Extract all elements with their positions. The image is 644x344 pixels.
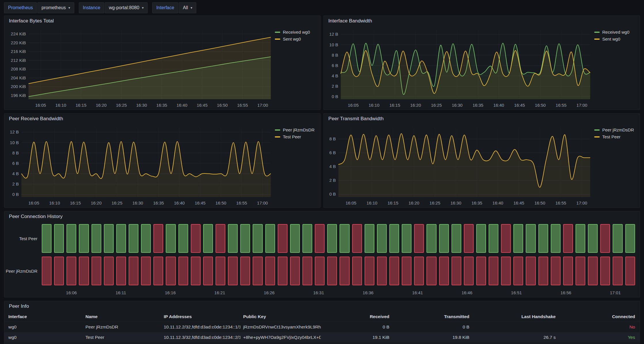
table-row[interactable]: wg0Test Peer10.11.12.3/32,fdfd:d3ad:c0de… — [4, 332, 640, 343]
panel-header: Peer Transmit Bandwidth — [324, 114, 640, 124]
status-bar-up — [588, 224, 598, 253]
x-axis-label: 16:15 — [388, 200, 399, 205]
panel-title[interactable]: Peer Transmit Bandwidth — [328, 116, 384, 122]
chevron-down-icon: ▾ — [142, 6, 144, 9]
panel-title[interactable]: Interface Bandwidth — [328, 18, 372, 24]
status-bar-down — [439, 257, 449, 285]
x-axis-label: 17:00 — [257, 200, 268, 205]
status-bar-down — [414, 257, 424, 285]
status-bar-down — [551, 257, 561, 285]
x-axis-label: 16:50 — [217, 103, 228, 108]
status-bar-up — [439, 224, 449, 253]
table-column-header[interactable]: Public Key — [240, 314, 321, 319]
table-cell: Peer jRzmDsDR — [83, 324, 161, 330]
status-bar-up — [576, 224, 585, 253]
panel-title[interactable]: Interface Bytes Total — [9, 18, 54, 24]
status-bar-up — [203, 224, 213, 253]
panel-interface-bytes-total: Interface Bytes Total 16:0516:1016:1516:… — [4, 16, 321, 110]
status-bar-up — [141, 224, 151, 253]
x-axis-label: 16:45 — [513, 200, 524, 205]
variable-dropdown-prometheus[interactable]: prometheus ▾ — [37, 2, 74, 13]
status-bar-down — [464, 257, 474, 285]
status-bar-up — [178, 224, 188, 253]
x-axis-label: 16:05 — [348, 103, 359, 108]
variable-label-instance[interactable]: Instance — [79, 2, 104, 13]
variable-label-interface[interactable]: Interface — [152, 2, 178, 13]
x-axis-label: 16:20 — [96, 103, 107, 108]
status-bar-down — [66, 257, 76, 285]
table-cell: 0 B — [392, 324, 472, 330]
panel-title[interactable]: Peer Receive Bandwidth — [9, 116, 63, 122]
y-axis-label: 204 KiB — [11, 75, 26, 80]
timeseries-chart[interactable]: 16:0516:1016:1516:2016:2516:3016:3516:40… — [7, 26, 275, 109]
table-column-header[interactable]: Transmitted — [392, 314, 472, 319]
legend-label: Received wg0 — [283, 30, 310, 35]
status-bar-down — [315, 257, 325, 285]
legend-item[interactable]: Peer jRzmDsDR — [594, 127, 636, 132]
y-axis-label: 6 B — [332, 63, 338, 68]
table-column-header[interactable]: Last Handshake — [472, 314, 559, 319]
status-bar-down — [141, 257, 151, 285]
legend: Peer jRzmDsDR Test Peer — [275, 124, 318, 207]
variable-interface: Interface All ▾ — [152, 2, 196, 13]
legend-item[interactable]: Sent wg0 — [594, 37, 636, 41]
x-axis-label: 16:40 — [492, 200, 503, 205]
variable-dropdown-interface[interactable]: All ▾ — [179, 2, 196, 13]
x-axis-label: 16:55 — [555, 200, 566, 205]
legend-item[interactable]: Received wg0 — [594, 30, 636, 35]
legend-item[interactable]: Test Peer — [594, 134, 636, 139]
status-bar-down — [216, 224, 225, 253]
status-bar-down — [352, 257, 362, 285]
status-bar-up — [240, 224, 250, 253]
timeseries-chart[interactable]: 16:0516:1016:1516:2016:2516:3016:3516:40… — [7, 124, 275, 207]
series-area — [21, 142, 271, 197]
status-bar-up — [402, 224, 411, 253]
panel-title[interactable]: Peer Connection History — [9, 214, 63, 219]
status-bar-down — [563, 257, 573, 285]
table-column-header[interactable]: Connected — [559, 314, 640, 319]
variable-label-prometheus[interactable]: Prometheus — [4, 2, 37, 13]
status-bar-up — [265, 224, 275, 253]
legend: Received wg0 Sent wg0 — [594, 26, 637, 109]
y-axis-label: 220 KiB — [11, 40, 26, 45]
variable-value-text: All — [183, 5, 188, 10]
panel-title[interactable]: Peer Info — [9, 303, 29, 309]
legend-item[interactable]: Received wg0 — [275, 30, 317, 35]
table-row[interactable]: wg0Peer jRzmDsDR10.11.12.2/32,fdfd:d3ad:… — [4, 322, 640, 332]
status-row-label: Peer jRzmDsDR — [6, 257, 42, 285]
table-column-header[interactable]: Name — [83, 314, 161, 319]
legend-item[interactable]: Peer jRzmDsDR — [275, 127, 317, 132]
y-axis-label: 200 KiB — [11, 84, 26, 89]
variable-dropdown-instance[interactable]: wg-portal:8080 ▾ — [105, 2, 148, 13]
x-axis-label: 16:45 — [197, 103, 208, 108]
legend-item[interactable]: Test Peer — [275, 134, 317, 139]
status-bar-down — [352, 224, 362, 253]
status-bar-down — [278, 257, 287, 285]
panel-header: Peer Info — [4, 301, 640, 311]
variable-prometheus: Prometheus prometheus ▾ — [4, 2, 74, 13]
table-cell: 10.11.12.3/32,fdfd:d3ad:c0de:1234::2/128 — [161, 335, 240, 340]
status-bar-up — [228, 224, 238, 253]
legend-item[interactable]: Sent wg0 — [275, 37, 317, 41]
status-history-chart[interactable]: Test Peer Peer jRzmDsDR 16:0616:1116:161… — [4, 222, 640, 297]
x-axis-label: 16:41 — [412, 290, 423, 295]
panel-header: Peer Connection History — [4, 211, 640, 222]
x-axis-label: 16:26 — [264, 290, 275, 295]
table-cell: 10.11.12.2/32,fdfd:d3ad:c0de:1234::1/128 — [161, 324, 240, 330]
legend-label: Test Peer — [602, 134, 620, 139]
series-color-swatch — [594, 129, 600, 131]
table-column-header[interactable]: IP Addresses — [161, 314, 240, 319]
status-bar-down — [340, 257, 349, 285]
y-axis-label: 224 KiB — [11, 31, 26, 36]
status-bar-up — [66, 224, 76, 253]
timeseries-chart[interactable]: 16:0516:1016:1516:2016:2516:3016:3516:40… — [326, 26, 594, 109]
status-bar-down — [402, 257, 411, 285]
y-axis-label: 2 B — [329, 178, 336, 183]
table-column-header[interactable]: Received — [321, 314, 392, 319]
x-axis-label: 16:25 — [116, 103, 127, 108]
status-bars — [42, 257, 635, 285]
table-column-header[interactable]: Interface — [4, 314, 83, 319]
series-color-swatch — [594, 39, 600, 40]
timeseries-chart[interactable]: 16:0516:1016:1516:2016:2516:3016:3516:40… — [326, 124, 594, 207]
table-header-row: InterfaceNameIP AddressesPublic KeyRecei… — [4, 311, 640, 322]
